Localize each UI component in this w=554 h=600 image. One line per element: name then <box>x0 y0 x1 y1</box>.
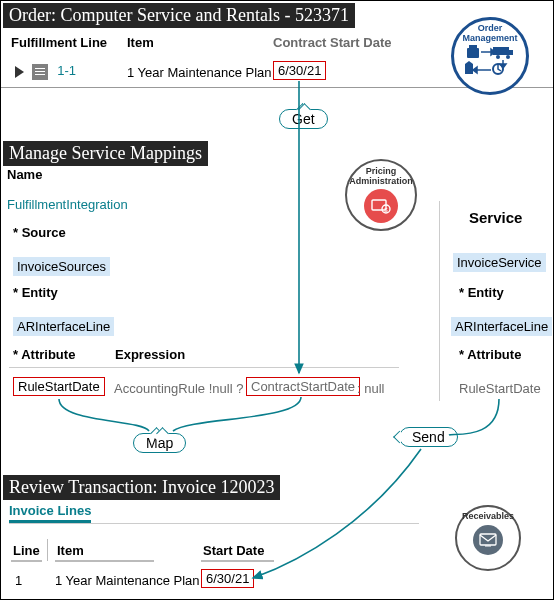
tab-invoice-lines[interactable]: Invoice Lines <box>9 503 91 523</box>
invoice-date: 6/30/21 <box>201 569 254 588</box>
entity-label-left: Entity <box>13 285 58 300</box>
svg-marker-11 <box>473 67 477 73</box>
callout-map: Map <box>133 433 186 453</box>
pricing-admin-icon: $ <box>364 189 398 223</box>
source-label: Source <box>13 225 66 240</box>
attribute-value-right: RuleStartDate <box>459 381 541 396</box>
attribute-label-left: Attribute <box>13 347 75 362</box>
service-value[interactable]: InvoiceService <box>453 253 546 272</box>
attribute-label-right: Attribute <box>459 347 521 362</box>
svg-point-4 <box>496 55 500 59</box>
order-item-value: 1 Year Maintenance Plan <box>127 65 272 80</box>
entity-value-left[interactable]: ARInterfaceLine <box>13 317 114 336</box>
mapping-title: Manage Service Mappings <box>3 141 208 166</box>
invoice-line-num: 1 <box>15 573 22 588</box>
svg-rect-0 <box>467 48 479 58</box>
order-management-badge: Order Management <box>451 17 529 95</box>
tab-underline-ext <box>9 523 419 524</box>
svg-rect-15 <box>480 534 496 545</box>
col-start-date: Start Date <box>201 543 274 562</box>
list-icon[interactable] <box>32 64 48 80</box>
col-line: Line <box>11 543 42 562</box>
svg-point-5 <box>506 55 510 59</box>
expand-icon[interactable] <box>15 66 24 78</box>
rule-start-date-attr: RuleStartDate <box>13 377 105 396</box>
svg-rect-2 <box>493 47 509 55</box>
callout-get: Get <box>279 109 328 129</box>
order-date-value: 6/30/21 <box>273 61 326 80</box>
svg-marker-7 <box>465 61 473 64</box>
receivables-icon <box>473 525 503 555</box>
expression-label: Expression <box>115 347 185 362</box>
header-fulfillment-line: Fulfillment Line <box>11 35 107 50</box>
expr-right-text: : null <box>357 381 384 396</box>
svg-rect-3 <box>507 50 513 55</box>
vertical-divider <box>439 201 440 401</box>
receivables-label: Receivables <box>462 512 514 522</box>
order-title: Order: Computer Service and Rentals - 52… <box>3 3 355 28</box>
header-contract-start-date: Contract Start Date <box>273 35 391 50</box>
receivables-badge: Receivables <box>455 505 521 571</box>
expr-left-text: AccountingRule !null ? <box>114 381 243 396</box>
name-value-link[interactable]: FulfillmentIntegration <box>7 197 128 212</box>
name-label: Name <box>7 167 42 182</box>
order-line-link[interactable]: 1-1 <box>57 63 76 78</box>
expr-divider <box>9 367 399 368</box>
pricing-admin-badge: Pricing Administration $ <box>345 159 417 231</box>
pricing-admin-label: Pricing Administration <box>347 167 415 187</box>
order-management-icon <box>463 44 517 80</box>
entity-label-right: Entity <box>459 285 504 300</box>
col-item: Item <box>55 543 154 562</box>
svg-marker-6 <box>465 64 473 74</box>
order-management-label: Order Management <box>454 24 526 44</box>
svg-marker-10 <box>500 64 506 68</box>
col-sep-1 <box>47 539 48 561</box>
service-heading: Service <box>469 209 522 226</box>
svg-rect-1 <box>469 45 477 48</box>
entity-value-right[interactable]: ARInterfaceLine <box>451 317 552 336</box>
invoice-item: 1 Year Maintenance Plan <box>55 573 200 588</box>
header-item: Item <box>127 35 154 50</box>
invoice-title: Review Transaction: Invoice 120023 <box>3 475 280 500</box>
callout-send: Send <box>399 427 458 447</box>
contract-start-date-expr: ContractStartDate <box>246 377 360 396</box>
source-value[interactable]: InvoiceSources <box>13 257 110 276</box>
